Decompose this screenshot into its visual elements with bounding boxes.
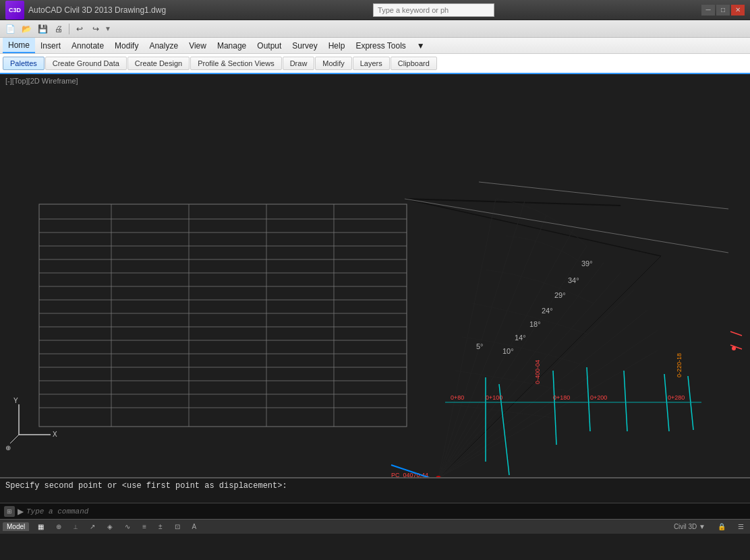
maximize-button[interactable]: □ <box>716 5 730 15</box>
svg-text:0+100: 0+100 <box>486 394 502 401</box>
separator <box>69 24 69 34</box>
svg-text:0-220-18: 0-220-18 <box>676 353 683 377</box>
undo-button[interactable]: ↩ <box>72 22 87 36</box>
menu-insert[interactable]: Insert <box>35 38 66 53</box>
svg-text:0+200: 0+200 <box>590 394 607 401</box>
svg-text:⊕: ⊕ <box>5 444 11 452</box>
svg-text:PC_04070.44: PC_04070.44 <box>391 472 428 477</box>
status-qprops[interactable]: ⊡ <box>171 522 183 531</box>
tab-modify[interactable]: Modify <box>315 57 351 70</box>
svg-text:34°: 34° <box>568 276 579 284</box>
status-dynamic[interactable]: ∿ <box>121 522 134 531</box>
status-polar[interactable]: ↗ <box>86 522 98 531</box>
svg-text:0-400-04: 0-400-04 <box>534 360 541 384</box>
ribbon: Palettes Create Ground Data Create Desig… <box>0 54 750 74</box>
menu-help[interactable]: Help <box>323 38 351 53</box>
svg-text:39°: 39° <box>581 259 593 268</box>
status-transparency[interactable]: ± <box>155 522 166 531</box>
menu-manage[interactable]: Manage <box>212 38 252 53</box>
svg-text:24°: 24° <box>542 307 553 315</box>
menu-annotate[interactable]: Annotate <box>66 38 109 53</box>
status-settings[interactable]: ☰ <box>734 522 747 531</box>
expand-arrow[interactable]: ▼ <box>105 25 111 32</box>
status-lock[interactable]: 🔒 <box>714 522 729 531</box>
titlebar-controls: ─ □ ✕ <box>701 5 745 15</box>
tab-profile-section-views[interactable]: Profile & Section Views <box>190 57 282 70</box>
tab-palettes[interactable]: Palettes <box>3 57 45 70</box>
menu-analyze[interactable]: Analyze <box>144 38 183 53</box>
command-arrow: ▶ <box>18 507 24 516</box>
svg-line-56 <box>730 332 742 336</box>
status-workspace[interactable]: Civil 3D ▼ <box>670 522 709 531</box>
menu-dropdown[interactable]: ▼ <box>411 38 430 53</box>
status-annotation[interactable]: A <box>189 522 200 531</box>
menu-modify[interactable]: Modify <box>109 38 144 53</box>
menu-output[interactable]: Output <box>252 38 287 53</box>
close-button[interactable]: ✕ <box>731 5 745 15</box>
svg-line-22 <box>438 256 661 477</box>
status-osnap[interactable]: ◈ <box>104 522 116 531</box>
print-button[interactable]: 🖨 <box>51 22 66 36</box>
menu-home[interactable]: Home <box>3 38 35 53</box>
statusbar: Model ▦ ⊕ ⟂ ↗ ◈ ∿ ≡ ± ⊡ A Civil 3D ▼ 🔒 ☰ <box>0 519 750 534</box>
svg-rect-0 <box>39 204 407 427</box>
new-file-button[interactable]: 📄 <box>3 22 18 36</box>
command-output: Specify second point or <use first point… <box>0 478 750 503</box>
titlebar-left: C3D AutoCAD Civil 3D 2013 Drawing1.dwg <box>5 1 166 20</box>
title-bar: C3D AutoCAD Civil 3D 2013 Drawing1.dwg ─… <box>0 0 750 20</box>
redo-button[interactable]: ↪ <box>88 22 103 36</box>
svg-text:18°: 18° <box>529 320 541 328</box>
tab-layers[interactable]: Layers <box>353 57 390 70</box>
viewport[interactable]: [-][Top][2D Wireframe] <box>0 74 750 477</box>
model-tab[interactable]: Model <box>3 522 29 531</box>
svg-line-39 <box>688 376 693 430</box>
status-lineweight[interactable]: ≡ <box>139 522 150 531</box>
menubar: Home Insert Annotate Modify Analyze View… <box>0 38 750 54</box>
viewport-label: [-][Top][2D Wireframe] <box>5 77 78 85</box>
svg-text:29°: 29° <box>554 291 566 299</box>
svg-point-58 <box>732 346 736 350</box>
command-input-row: ⊞ ▶ <box>0 503 750 519</box>
save-button[interactable]: 💾 <box>35 22 50 36</box>
app-logo: C3D <box>5 1 24 20</box>
status-snap[interactable]: ⊕ <box>53 522 65 531</box>
svg-line-66 <box>10 435 19 443</box>
svg-text:5°: 5° <box>476 342 484 350</box>
menu-view[interactable]: View <box>183 38 212 53</box>
status-grid[interactable]: ▦ <box>34 522 47 531</box>
command-input[interactable] <box>26 507 746 516</box>
svg-line-21 <box>405 199 661 256</box>
search-input[interactable] <box>373 3 494 17</box>
menu-express-tools[interactable]: Express Tools <box>350 38 411 53</box>
svg-text:10°: 10° <box>502 347 514 355</box>
svg-text:Y: Y <box>13 397 18 404</box>
tab-create-ground-data[interactable]: Create Ground Data <box>45 57 127 70</box>
svg-line-35 <box>553 371 556 445</box>
tab-clipboard[interactable]: Clipboard <box>391 57 437 70</box>
tab-draw[interactable]: Draw <box>283 57 315 70</box>
drawing-canvas: 39° 34° 29° 24° 18° 14° 10° 5° 0+80 0+10… <box>0 74 750 477</box>
svg-text:0+280: 0+280 <box>668 394 685 401</box>
svg-line-37 <box>624 371 627 431</box>
menu-survey[interactable]: Survey <box>287 38 322 53</box>
minimize-button[interactable]: ─ <box>701 5 715 15</box>
quick-access-toolbar: 📄 📂 💾 🖨 ↩ ↪ ▼ <box>0 20 750 38</box>
svg-text:X: X <box>53 431 57 438</box>
svg-text:14°: 14° <box>515 334 526 342</box>
tab-create-design[interactable]: Create Design <box>127 57 190 70</box>
svg-text:0+180: 0+180 <box>553 394 570 401</box>
open-file-button[interactable]: 📂 <box>19 22 34 36</box>
svg-line-23 <box>405 199 728 253</box>
svg-text:0+80: 0+80 <box>451 394 464 401</box>
command-bar: Specify second point or <use first point… <box>0 477 750 519</box>
title-text: AutoCAD Civil 3D 2013 Drawing1.dwg <box>28 5 166 15</box>
command-prompt-icon: ⊞ <box>4 506 15 517</box>
status-ortho[interactable]: ⟂ <box>70 522 81 531</box>
